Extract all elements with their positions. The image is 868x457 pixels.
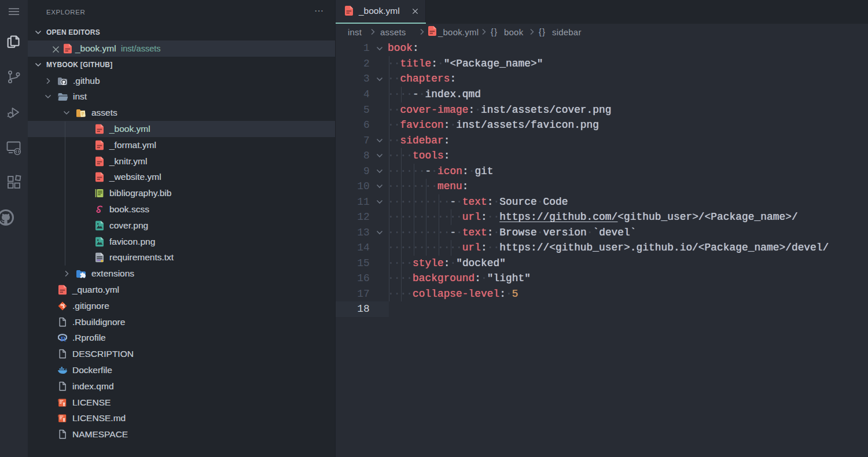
svg-text:R: R (60, 335, 66, 342)
